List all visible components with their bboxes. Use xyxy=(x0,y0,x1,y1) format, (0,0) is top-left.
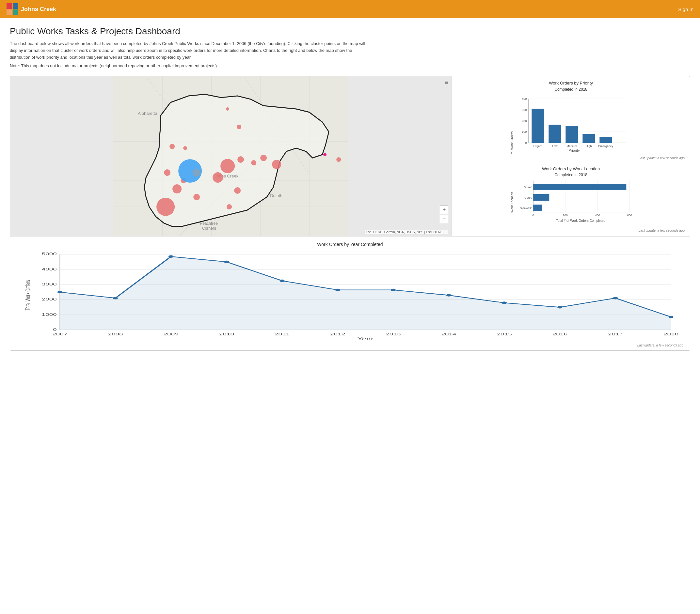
svg-rect-2 xyxy=(7,10,12,15)
svg-point-122 xyxy=(502,302,507,304)
svg-point-41 xyxy=(323,153,326,156)
svg-rect-82 xyxy=(534,205,542,211)
map-svg: Alpharetta Johns Creek Duluth Peachtree … xyxy=(10,76,451,236)
priority-bar-chart: Total Work Orders 0 100 200 300 400 xyxy=(457,92,685,154)
map-attribution: Esri, HERE, Garmin, NGA, USGS, NPS | Esr… xyxy=(365,230,449,234)
top-section: Alpharetta Johns Creek Duluth Peachtree … xyxy=(10,76,690,236)
svg-text:4000: 4000 xyxy=(42,267,57,271)
svg-point-37 xyxy=(237,125,241,129)
svg-text:1000: 1000 xyxy=(42,313,57,317)
svg-point-42 xyxy=(192,169,200,177)
svg-rect-56 xyxy=(532,108,544,143)
svg-point-114 xyxy=(58,291,62,294)
svg-text:300: 300 xyxy=(522,108,527,112)
svg-point-120 xyxy=(391,289,396,291)
svg-text:5000: 5000 xyxy=(42,252,57,256)
page-content: Public Works Tasks & Projects Dashboard … xyxy=(0,18,700,360)
header: Johns Creek Sign In xyxy=(0,0,700,18)
svg-text:0: 0 xyxy=(525,141,527,144)
svg-text:Total Work Orders: Total Work Orders xyxy=(511,131,514,154)
svg-point-38 xyxy=(226,107,229,111)
line-chart-title: Work Orders by Year Completed xyxy=(17,242,683,247)
zoom-in-button[interactable]: + xyxy=(440,206,448,214)
svg-text:2008: 2008 xyxy=(108,332,123,336)
svg-rect-60 xyxy=(566,126,578,143)
logo-icon xyxy=(7,3,18,15)
app-title: Johns Creek xyxy=(21,6,56,13)
svg-point-116 xyxy=(168,255,173,258)
page-title: Public Works Tasks & Projects Dashboard xyxy=(10,26,690,37)
logo-container: Johns Creek xyxy=(7,3,56,15)
svg-rect-3 xyxy=(13,10,18,15)
svg-text:2016: 2016 xyxy=(552,332,567,336)
svg-text:2015: 2015 xyxy=(497,332,512,336)
svg-point-26 xyxy=(193,194,200,200)
svg-text:Low: Low xyxy=(552,144,558,148)
svg-text:2014: 2014 xyxy=(441,332,456,336)
svg-point-23 xyxy=(172,184,182,193)
svg-point-123 xyxy=(557,306,562,309)
svg-text:Street: Street xyxy=(524,186,532,189)
svg-text:Total # of Work Orders Complet: Total # of Work Orders Completed xyxy=(556,219,605,222)
svg-text:Total Work Orders: Total Work Orders xyxy=(24,280,32,310)
svg-text:2013: 2013 xyxy=(386,332,401,336)
svg-rect-0 xyxy=(7,3,12,9)
location-chart-title: Work Orders by Work Location Completed i… xyxy=(457,166,685,178)
svg-text:2018: 2018 xyxy=(663,332,678,336)
svg-text:Priority: Priority xyxy=(569,149,580,152)
svg-point-125 xyxy=(668,316,674,318)
map-legend-icon[interactable]: ≡ xyxy=(445,79,449,86)
svg-text:Sidewalk: Sidewalk xyxy=(520,206,532,210)
svg-text:Emergency: Emergency xyxy=(599,144,613,148)
svg-text:2010: 2010 xyxy=(219,332,234,336)
svg-text:2007: 2007 xyxy=(52,332,67,336)
svg-text:Peachtree: Peachtree xyxy=(200,221,218,226)
svg-text:0: 0 xyxy=(53,328,57,332)
svg-point-118 xyxy=(279,280,284,282)
svg-rect-1 xyxy=(13,3,18,9)
svg-rect-78 xyxy=(534,184,626,190)
svg-point-22 xyxy=(157,198,175,216)
page-description: The dashboard below shows all work order… xyxy=(10,40,369,61)
svg-point-33 xyxy=(234,187,241,194)
sign-in-link[interactable]: Sign In xyxy=(678,7,693,12)
svg-text:2012: 2012 xyxy=(330,332,345,336)
svg-text:Alpharetta: Alpharetta xyxy=(138,111,158,116)
svg-rect-64 xyxy=(600,137,612,143)
svg-text:0: 0 xyxy=(533,214,534,217)
svg-text:2009: 2009 xyxy=(164,332,178,336)
svg-point-30 xyxy=(251,160,256,165)
dashboard: Alpharetta Johns Creek Duluth Peachtree … xyxy=(10,76,690,351)
svg-text:200: 200 xyxy=(522,119,527,123)
line-chart-last-update: Last update: a few seconds ago xyxy=(17,344,683,347)
svg-point-36 xyxy=(183,146,187,150)
svg-rect-80 xyxy=(534,194,550,201)
location-last-update: Last update: a few seconds ago xyxy=(457,229,685,232)
svg-text:2017: 2017 xyxy=(608,332,623,336)
map-container[interactable]: Alpharetta Johns Creek Duluth Peachtree … xyxy=(10,76,452,236)
svg-point-27 xyxy=(213,172,223,183)
priority-last-update: Last update: a few seconds ago xyxy=(457,156,685,160)
svg-rect-62 xyxy=(583,134,595,143)
svg-point-39 xyxy=(336,157,341,162)
svg-point-31 xyxy=(260,155,267,161)
svg-text:Duluth: Duluth xyxy=(270,193,283,198)
svg-rect-58 xyxy=(549,125,561,143)
priority-chart-title: Work Orders by Priority Completed in 201… xyxy=(457,80,685,92)
svg-text:600: 600 xyxy=(627,214,632,217)
svg-text:Year: Year xyxy=(357,337,374,341)
svg-point-32 xyxy=(272,160,281,169)
right-charts: Work Orders by Priority Completed in 201… xyxy=(452,76,690,236)
bottom-section: Work Orders by Year Completed Total Work… xyxy=(10,236,690,350)
zoom-out-button[interactable]: − xyxy=(440,215,448,223)
svg-text:3000: 3000 xyxy=(42,283,57,286)
page-note: Note: This map does not include major pr… xyxy=(10,63,690,68)
svg-point-28 xyxy=(221,159,235,173)
svg-point-29 xyxy=(237,156,244,163)
priority-chart: Work Orders by Priority Completed in 201… xyxy=(457,80,685,163)
svg-point-121 xyxy=(446,294,451,297)
svg-marker-113 xyxy=(60,257,671,330)
svg-point-124 xyxy=(613,297,618,299)
svg-text:2000: 2000 xyxy=(42,297,57,302)
svg-point-34 xyxy=(227,204,232,209)
